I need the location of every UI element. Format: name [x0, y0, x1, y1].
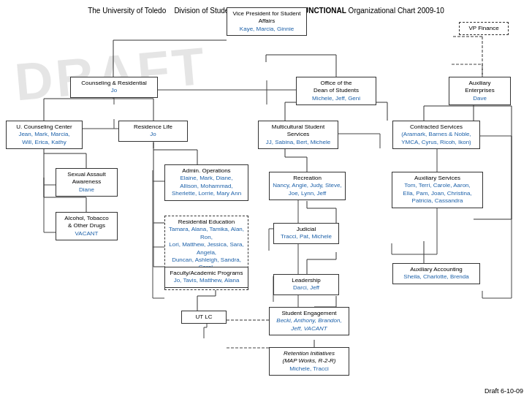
box-counseling-residential: Counseling & Residential Jo — [70, 77, 158, 98]
box-auxiliary-services: Auxiliary Services Tom, Terri, Carole, A… — [392, 172, 483, 208]
box-vp-student-affairs: Vice President for Student Affairs Kaye,… — [227, 7, 307, 36]
box-faculty-academic: Faculty/Academic Programs Jo, Tavis, Mat… — [164, 267, 248, 288]
box-contracted-services: Contracted Services (Aramark, Barnes & N… — [392, 121, 480, 149]
box-auxiliary-enterprises: AuxiliaryEnterprises Dave — [449, 77, 511, 105]
box-vp-finance: VP Finance — [459, 22, 509, 35]
box-judicial: Judicial Tracci, Pat, Michele — [273, 223, 339, 244]
box-student-engagement: Student Engagement Becki, Anthony, Brand… — [269, 307, 349, 335]
box-admin-operations: Admin. Operations Elaine, Mark, Diane,Al… — [164, 164, 248, 201]
box-leadership: Leadership Darci, Jeff — [273, 274, 339, 295]
box-auxiliary-accounting: Auxiliary Accounting Sheila, Charlotte, … — [392, 263, 480, 284]
box-recreation: Recreation Nancy, Angie, Judy, Steve,Joe… — [269, 172, 346, 200]
box-multicultural: Multicultural StudentServices JJ, Sabina… — [258, 121, 338, 149]
box-retention-initiatives: Retention Initiatives(MAP Works, R-2-R) … — [269, 347, 349, 376]
box-office-dean: Office of theDean of Students Michele, J… — [296, 77, 376, 105]
box-u-counseling-center: U. Counseling Center Jean, Mark, Marcia,… — [6, 121, 83, 149]
page: The University of Toledo Division of Stu… — [0, 0, 532, 399]
box-sexual-assault: Sexual AssaultAwareness Diane — [56, 168, 118, 197]
box-residence-life: Residence Life Jo — [118, 121, 188, 142]
box-ut-lc: UT LC — [181, 311, 227, 324]
box-alcohol-tobacco: Alcohol, Tobacco& Other Drugs VACANT — [56, 212, 118, 240]
